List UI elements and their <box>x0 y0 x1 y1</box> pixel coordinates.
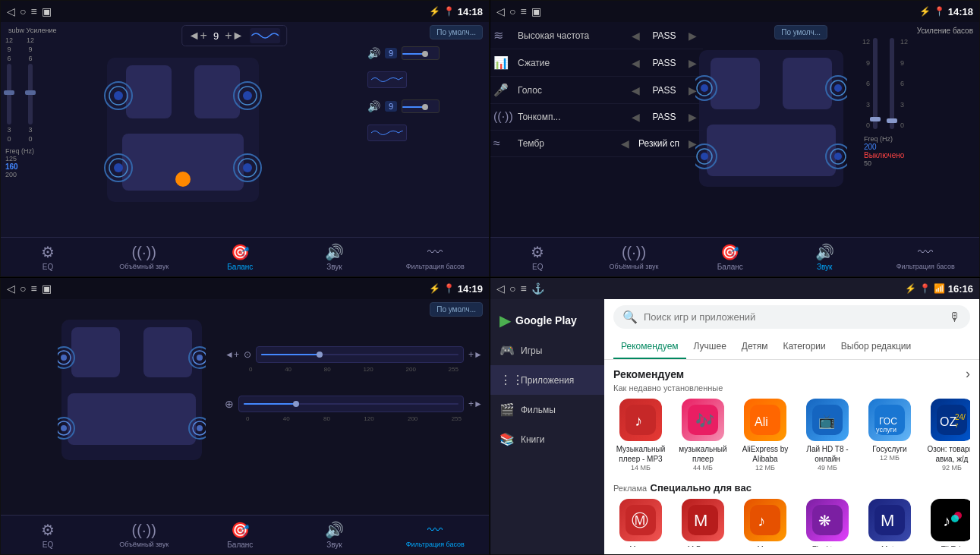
tonkomp-prev[interactable]: ◀ <box>629 111 643 123</box>
movies-icon: 🎬 <box>499 402 515 417</box>
vol-slider-1[interactable] <box>402 46 440 60</box>
svg-text:Ali: Ali <box>755 415 768 428</box>
section1-header: Рекомендуем › <box>613 366 970 382</box>
gplay-menu-games[interactable]: 🎮 Игры <box>490 336 604 365</box>
audio-rows-area: ≋ Высокая частота ◀ PASS ▶ 📊 Сжатие ◀ PA… <box>490 22 703 237</box>
tab-editors[interactable]: Выбор редакции <box>833 335 919 359</box>
gplay-logo-icon: ▶ <box>499 311 511 330</box>
home-icon-3[interactable]: ○ <box>20 282 26 295</box>
nav-eq-3[interactable]: ⚙ EQ <box>25 521 71 549</box>
svg-text:М: М <box>694 511 707 530</box>
pip-icon[interactable]: ▣ <box>42 5 52 17</box>
menu-icon-2[interactable]: ≡ <box>520 5 526 17</box>
vol-value-1: 9 <box>385 48 397 58</box>
sound-icon-2: 🔊 <box>815 243 834 261</box>
decrement-btn[interactable]: ◄+ <box>188 29 207 43</box>
nav-eq-2[interactable]: ⚙ EQ <box>515 243 560 271</box>
app-card-2[interactable]: Ali AliExpress by Alibaba 12 МБ <box>738 399 793 471</box>
app-card-1[interactable]: 🎶 музыкальный плеер 44 МБ <box>676 399 730 471</box>
tab-categories[interactable]: Категории <box>775 335 833 359</box>
svg-point-6 <box>114 91 123 100</box>
nav-sound-3[interactable]: 🔊 Звук <box>312 521 358 549</box>
nav-surround-3[interactable]: ((·)) Объёмный звук <box>119 522 169 548</box>
gplay-tabs: Рекомендуем Лучшее Детям Категории Выбор… <box>604 335 979 360</box>
home-icon-2[interactable]: ○ <box>509 5 515 17</box>
bass-slider-1[interactable] <box>873 38 878 129</box>
nav-sound-2[interactable]: 🔊 Звук <box>802 243 847 271</box>
nav-sound-1[interactable]: 🔊 Звук <box>312 243 358 271</box>
gplay-menu-apps[interactable]: ⋮⋮ Приложения <box>490 365 604 395</box>
home-icon-4[interactable]: ○ <box>509 282 515 295</box>
svg-text:24/: 24/ <box>955 413 966 421</box>
vslider2-thumb[interactable] <box>25 90 36 95</box>
tab-best[interactable]: Лучшее <box>686 335 734 359</box>
back-icon-4[interactable]: ◁ <box>496 282 505 295</box>
hslider1-track-container[interactable] <box>256 346 464 363</box>
default-button-1[interactable]: По умолч... <box>430 25 483 39</box>
gplay-search-input[interactable] <box>644 311 943 323</box>
nav-surround-1[interactable]: ((·)) Объёмный звук <box>119 244 169 270</box>
vol-slider-2[interactable] <box>402 99 440 113</box>
pip-icon-3[interactable]: ▣ <box>42 282 52 295</box>
nav-eq-1[interactable]: ⚙ EQ <box>25 243 71 271</box>
highfreq-next[interactable]: ▶ <box>685 30 700 42</box>
waveform-display <box>250 28 280 43</box>
status-bar-3: ◁ ○ ≡ ▣ ⚡ 📍 14:19 <box>1 278 489 299</box>
ad-app-card-2[interactable]: ♪ Муз. <box>738 499 793 547</box>
gplay-menu-movies[interactable]: 🎬 Фильмы <box>490 395 604 424</box>
games-icon: 🎮 <box>499 343 515 358</box>
ad-app-card-3[interactable]: ❋ Flocktory <box>800 499 855 547</box>
bottom-nav-1: ⚙ EQ ((·)) Объёмный звук 🎯 Баланс 🔊 Звук… <box>1 237 489 276</box>
voice-prev[interactable]: ◀ <box>629 84 643 96</box>
status-left-icons: ◁ ○ ≡ ▣ <box>7 5 52 17</box>
nav-balance-3[interactable]: 🎯 Баланс <box>217 521 263 549</box>
back-icon-2[interactable]: ◁ <box>496 5 505 17</box>
panel-balance-sliders: ◁ ○ ≡ ▣ ⚡ 📍 14:19 По умолч... <box>0 277 490 555</box>
vslider1-thumb[interactable] <box>4 90 14 95</box>
svg-rect-35 <box>143 327 192 377</box>
menu-icon-4[interactable]: ≡ <box>520 282 526 295</box>
nav-balance-2[interactable]: 🎯 Баланс <box>707 243 753 271</box>
waveform-1 <box>367 71 407 88</box>
audio-row-compress: 📊 Сжатие ◀ PASS ▶ <box>490 49 703 77</box>
ad-app-card-5[interactable]: ♪ TikTok <box>925 499 970 547</box>
home-icon[interactable]: ○ <box>20 5 26 17</box>
highfreq-prev[interactable]: ◀ <box>629 30 643 42</box>
default-button-3[interactable]: По умолч... <box>430 302 483 317</box>
app-card-3[interactable]: 📺 Лай HD T8 - онлайн бесплатно 49 МБ <box>800 399 855 471</box>
nav-balance-1[interactable]: 🎯 Баланс <box>217 243 263 271</box>
tab-kids[interactable]: Детям <box>734 335 776 359</box>
gplay-menu-books[interactable]: 📚 Книги <box>490 424 604 454</box>
bass-slider-2[interactable] <box>890 38 894 129</box>
app-card-0[interactable]: ♪ Музыкальный плеер - MP3 плеер, Плеер..… <box>613 399 668 471</box>
timbre-prev[interactable]: ◀ <box>618 137 632 150</box>
pip-icon-2[interactable]: ▣ <box>531 5 541 17</box>
back-icon[interactable]: ◁ <box>7 5 15 17</box>
ad-app-icon-1: М <box>682 499 724 541</box>
default-button-2[interactable]: По умолч... <box>774 25 827 39</box>
mic-icon[interactable]: 🎙 <box>949 311 961 324</box>
status-right-icons-2: ⚡ 📍 14:18 <box>919 6 973 17</box>
ad-app-card-0[interactable]: Ⓜ Метро <box>613 499 668 547</box>
bottom-nav-2: ⚙ EQ ((·)) Объёмный звук 🎯 Баланс 🔊 Звук… <box>490 237 979 276</box>
app-card-5[interactable]: OZ 24/ 7 Озон: товары, авиа, ж/д билеты … <box>925 399 970 471</box>
status-left-icons-2: ◁ ○ ≡ ▣ <box>496 5 541 17</box>
hslider2-track-container[interactable] <box>238 396 464 412</box>
section1-arrow[interactable]: › <box>966 366 970 382</box>
back-icon-3[interactable]: ◁ <box>7 282 15 295</box>
app-card-4[interactable]: ГОС услуги Госуслуги 12 МБ <box>862 399 917 471</box>
tab-recommend[interactable]: Рекомендуем <box>613 335 686 359</box>
nav-bass-1[interactable]: 〰 Фильтрация басов <box>406 244 465 270</box>
nav-bass-2[interactable]: 〰 Фильтрация басов <box>896 244 955 270</box>
compress-prev[interactable]: ◀ <box>629 57 643 69</box>
increment-btn[interactable]: +► <box>225 29 244 43</box>
bass-icon: 〰 <box>427 244 443 261</box>
input-value: 9 <box>213 30 219 42</box>
menu-icon-3[interactable]: ≡ <box>30 282 36 295</box>
ad-app-card-1[interactable]: М М.Видео <box>676 499 730 547</box>
ad-app-card-4[interactable]: M Moto <box>862 499 917 547</box>
status-left-icons-3: ◁ ○ ≡ ▣ <box>7 282 52 295</box>
nav-surround-2[interactable]: ((·)) Объёмный звук <box>610 244 659 270</box>
menu-icon[interactable]: ≡ <box>30 5 36 17</box>
nav-bass-3[interactable]: 〰 Фильтрация басов <box>406 522 465 548</box>
